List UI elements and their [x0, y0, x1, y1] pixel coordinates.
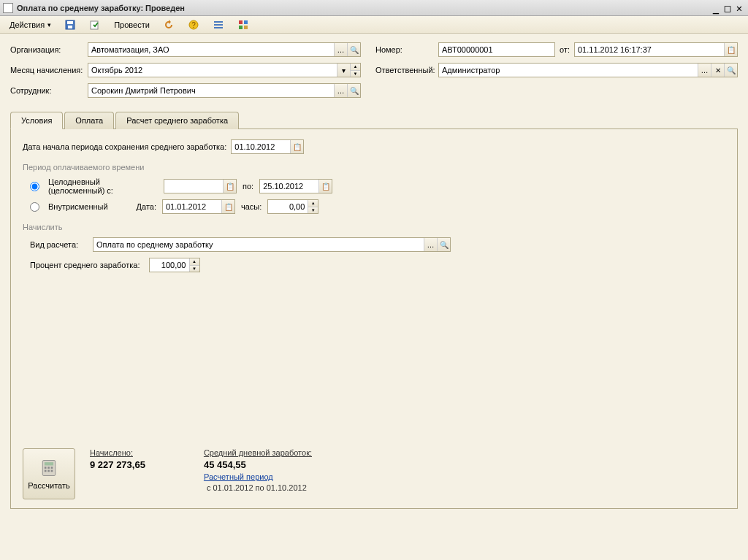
start-date-field[interactable]: 📋	[231, 139, 304, 154]
refresh-icon[interactable]	[158, 17, 180, 33]
month-up-icon[interactable]: ▲	[350, 64, 360, 70]
resp-field[interactable]: … ✕ 🔍	[438, 63, 738, 77]
calc-btn-label: Рассчитать	[28, 481, 69, 490]
list-icon[interactable]	[207, 17, 229, 33]
number-field[interactable]	[438, 42, 555, 57]
svg-rect-14	[45, 462, 53, 465]
minimize-button[interactable]: _	[710, 2, 722, 14]
full-to-calendar-icon[interactable]: 📋	[318, 180, 332, 193]
employee-search-icon[interactable]: 🔍	[347, 84, 360, 97]
post-button[interactable]: Провести	[109, 18, 155, 31]
date-field[interactable]: 📋	[574, 42, 738, 57]
month-dropdown-icon[interactable]: ▾	[337, 64, 350, 77]
employee-select-icon[interactable]: …	[334, 84, 347, 97]
maximize-button[interactable]: □	[722, 2, 733, 14]
calculate-button[interactable]: Рассчитать	[23, 448, 75, 499]
percent-down-icon[interactable]: ▼	[189, 265, 199, 272]
period-link[interactable]: Расчетный период	[204, 472, 312, 481]
shift-date-calendar-icon[interactable]: 📋	[221, 200, 234, 213]
radio-shift[interactable]	[30, 202, 39, 212]
shift-date-input[interactable]	[163, 200, 221, 213]
svg-rect-18	[45, 470, 47, 472]
full-from-input[interactable]	[164, 180, 223, 193]
employee-input[interactable]	[88, 84, 334, 97]
svg-rect-16	[47, 467, 50, 469]
tab-body: Дата начала периода сохранения среднего …	[10, 129, 738, 509]
org-search-icon[interactable]: 🔍	[347, 43, 360, 56]
start-date-calendar-icon[interactable]: 📋	[290, 140, 303, 153]
percent-input[interactable]	[150, 258, 189, 272]
date-input[interactable]	[575, 43, 724, 56]
full-from-field[interactable]: 📋	[164, 179, 237, 193]
to-label: по:	[243, 182, 253, 191]
calendar-icon[interactable]: 📋	[724, 43, 737, 56]
accrued-label: Начислено:	[90, 448, 145, 457]
month-down-icon[interactable]: ▼	[350, 70, 360, 77]
resp-select-icon[interactable]: …	[698, 64, 711, 77]
resp-input[interactable]	[439, 64, 698, 77]
tab-conditions[interactable]: Условия	[10, 112, 63, 129]
shift-date-field[interactable]: 📋	[162, 199, 235, 214]
resp-search-icon[interactable]: 🔍	[724, 64, 737, 77]
hours-input[interactable]	[268, 200, 308, 213]
settings-icon[interactable]	[232, 17, 254, 33]
svg-text:?: ?	[191, 21, 196, 29]
close-button[interactable]: ✕	[733, 2, 745, 14]
full-from-calendar-icon[interactable]: 📋	[223, 180, 236, 193]
employee-label: Сотрудник:	[10, 86, 83, 95]
help-icon[interactable]: ?	[183, 17, 205, 33]
from-label: от:	[560, 45, 570, 54]
month-label: Месяц начисления:	[10, 66, 83, 74]
hours-up-icon[interactable]: ▲	[308, 200, 318, 207]
calc-type-input[interactable]	[94, 238, 424, 251]
start-date-input[interactable]	[232, 140, 290, 153]
svg-rect-12	[244, 26, 248, 29]
actions-label: Действия	[9, 20, 45, 29]
employee-field[interactable]: … 🔍	[88, 83, 361, 98]
svg-rect-11	[239, 26, 243, 29]
accrue-section-title: Начислить	[23, 223, 725, 231]
accrued-value: 9 227 273,65	[90, 459, 145, 470]
percent-field[interactable]: ▲▼	[149, 258, 200, 272]
number-input[interactable]	[439, 43, 554, 56]
shift-date-label: Дата:	[120, 202, 156, 211]
org-select-icon[interactable]: …	[334, 43, 347, 56]
calc-type-field[interactable]: … 🔍	[93, 237, 451, 252]
percent-up-icon[interactable]: ▲	[189, 258, 199, 265]
actions-menu[interactable]: Действия	[4, 18, 56, 31]
full-to-input[interactable]	[260, 180, 318, 193]
app-icon	[3, 3, 13, 13]
radio-shift-label: Внутрисменный	[48, 202, 114, 211]
svg-rect-15	[45, 467, 47, 469]
tab-average[interactable]: Расчет среднего заработка	[115, 112, 239, 129]
hours-down-icon[interactable]: ▼	[308, 207, 318, 214]
content-area: Организация: … 🔍 Месяц начисления: ▾ ▲▼ …	[0, 34, 748, 518]
period-section-title: Период оплачиваемого времени	[23, 163, 725, 172]
svg-rect-6	[214, 21, 223, 23]
calc-type-select-icon[interactable]: …	[424, 238, 437, 251]
toolbar: Действия Провести ?	[0, 16, 748, 34]
save-icon[interactable]	[59, 17, 81, 33]
post-label: Провести	[114, 20, 150, 29]
percent-label: Процент среднего заработка:	[30, 261, 140, 269]
org-label: Организация:	[10, 45, 83, 54]
org-input[interactable]	[88, 43, 334, 56]
org-field[interactable]: … 🔍	[88, 42, 361, 57]
full-to-field[interactable]: 📋	[259, 179, 332, 193]
resp-label: Ответственный:	[375, 66, 434, 74]
hours-label: часы:	[241, 202, 262, 211]
svg-rect-1	[67, 21, 73, 24]
avg-value: 45 454,55	[204, 459, 312, 470]
resp-clear-icon[interactable]: ✕	[711, 64, 724, 77]
svg-rect-17	[51, 467, 53, 469]
month-field[interactable]: ▾ ▲▼	[88, 63, 361, 77]
calc-type-label: Вид расчета:	[30, 240, 88, 249]
post-icon[interactable]	[84, 17, 106, 33]
calc-type-search-icon[interactable]: 🔍	[437, 238, 450, 251]
tab-payment[interactable]: Оплата	[64, 112, 114, 129]
month-input[interactable]	[88, 64, 337, 77]
radio-full-day[interactable]	[30, 182, 39, 191]
titlebar: Оплата по среднему заработку: Проведен _…	[0, 0, 748, 16]
hours-field[interactable]: ▲▼	[267, 199, 318, 214]
svg-rect-10	[244, 20, 248, 24]
